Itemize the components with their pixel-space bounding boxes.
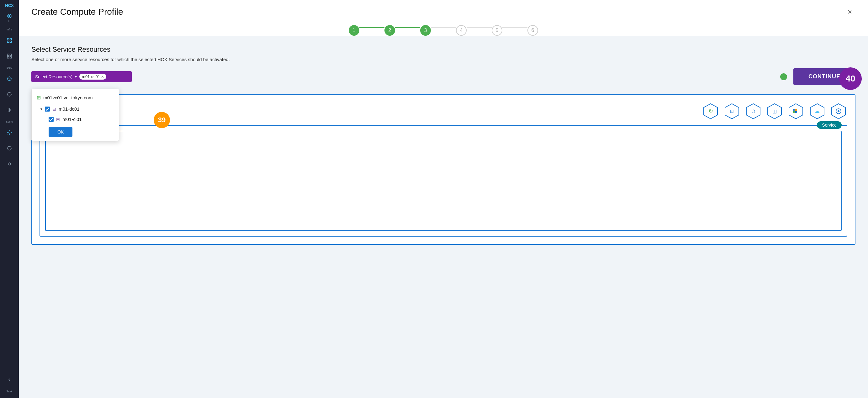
svg-rect-6 xyxy=(7,54,9,56)
sidebar-item-sys3[interactable] xyxy=(2,157,16,171)
step-1-circle: 1 xyxy=(349,25,360,36)
step-line-5-6 xyxy=(502,27,527,28)
section-description: Select one or more service resources for… xyxy=(31,57,856,62)
svg-rect-28 xyxy=(793,111,795,113)
svg-point-1 xyxy=(9,15,10,17)
step-badge-39: 39 xyxy=(154,112,170,128)
svg-rect-26 xyxy=(793,109,795,111)
close-button[interactable]: × xyxy=(844,6,856,18)
svg-point-14 xyxy=(9,132,10,133)
hex-icon-2: ⊡ xyxy=(723,102,741,120)
dropdown-dc-label: m01-dc01 xyxy=(59,106,80,111)
step-badge-40: 40 xyxy=(839,67,862,90)
sidebar-item-d[interactable]: D xyxy=(2,11,16,25)
svg-text:⊡: ⊡ xyxy=(730,109,734,114)
resource-tag: m01-dc01 × xyxy=(79,74,106,79)
sidebar-item-collapse[interactable] xyxy=(2,373,16,387)
dc-icon: ⊟ xyxy=(52,106,56,111)
dropdown-cluster-label: m01-cl01 xyxy=(62,117,82,122)
ok-button[interactable]: OK xyxy=(49,127,72,137)
cluster-icon: ⊟ xyxy=(56,117,60,122)
step-line-2-3 xyxy=(395,27,420,28)
main-content: Create Compute Profile × 1 2 3 4 5 xyxy=(19,0,868,398)
svg-rect-4 xyxy=(7,41,9,43)
resource-tag-label: m01-dc01 xyxy=(82,74,100,79)
right-controls: CONTINUE 40 xyxy=(780,68,856,85)
step-2: 2 xyxy=(384,25,395,36)
svg-rect-29 xyxy=(795,111,797,113)
resource-selector-label: Select Resource(s) xyxy=(35,74,72,79)
dropdown-menu: ⊞ m01vc01.vcf-tokyo.com ▾ ⊟ m01-dc01 xyxy=(31,89,119,141)
sidebar-item-infra2[interactable] xyxy=(2,49,16,63)
dropdown-host-label: m01vc01.vcf-tokyo.com xyxy=(43,95,93,100)
tag-remove-icon[interactable]: × xyxy=(101,75,104,79)
step-4-circle: 4 xyxy=(456,25,467,36)
svg-rect-3 xyxy=(10,38,11,40)
step-line-4-5 xyxy=(467,27,492,28)
sidebar-item-serv2[interactable] xyxy=(2,88,16,101)
dropdown-dc-item[interactable]: ▾ ⊟ m01-dc01 xyxy=(32,104,119,114)
svg-rect-27 xyxy=(795,109,797,111)
step-6-circle: 6 xyxy=(527,25,538,36)
svg-rect-2 xyxy=(7,38,9,40)
sidebar-item-serv[interactable] xyxy=(2,72,16,86)
resource-selector-wrapper: 39 Select Resource(s) ▾ m01-dc01 × ⊞ m01… xyxy=(31,71,132,82)
svg-text:↻: ↻ xyxy=(708,108,713,114)
step-4: 4 xyxy=(456,25,467,36)
sidebar-item-infra[interactable] xyxy=(2,34,16,47)
dc-service-badge: Service xyxy=(817,121,842,129)
svg-rect-5 xyxy=(10,41,11,43)
dialog-header: Create Compute Profile × 1 2 3 4 5 xyxy=(19,0,868,36)
step-3: 3 xyxy=(420,25,431,36)
svg-rect-9 xyxy=(10,57,11,58)
step-line-3-4 xyxy=(431,27,456,28)
chevron-down-icon: ▾ xyxy=(75,75,77,79)
svg-point-15 xyxy=(7,146,11,150)
svg-text:◫: ◫ xyxy=(773,109,777,114)
step-line-1-2 xyxy=(360,27,384,28)
hex-icon-5 xyxy=(787,102,805,120)
dc-block: m01-dc01 Service xyxy=(39,125,847,237)
svg-point-34 xyxy=(838,110,839,112)
sidebar-item-sys2[interactable] xyxy=(2,141,16,155)
host-icon: ⊞ xyxy=(37,95,41,101)
svg-rect-8 xyxy=(7,57,9,58)
collapse-arrow-icon: ▾ xyxy=(40,107,42,111)
dropdown-host-item: ⊞ m01vc01.vcf-tokyo.com xyxy=(32,92,119,104)
dialog-title-row: Create Compute Profile × xyxy=(31,6,856,18)
step-5: 5 xyxy=(492,25,502,36)
svg-text:⬡: ⬡ xyxy=(751,109,755,114)
resource-selector[interactable]: Select Resource(s) ▾ m01-dc01 × xyxy=(31,71,132,82)
step-6: 6 xyxy=(527,25,538,36)
step-3-circle: 3 xyxy=(420,25,431,36)
sidebar-item-sys[interactable] xyxy=(2,126,16,139)
dropdown-cluster-item[interactable]: ⊟ m01-cl01 xyxy=(32,114,119,124)
svg-point-11 xyxy=(7,93,11,96)
step-5-circle: 5 xyxy=(492,25,502,36)
hex-icon-7 xyxy=(830,102,847,120)
dc-checkbox[interactable] xyxy=(45,106,50,111)
sidebar-item-serv3[interactable] xyxy=(2,103,16,117)
step-1: 1 xyxy=(349,25,360,36)
svg-text:☁: ☁ xyxy=(815,108,820,114)
hex-icon-3: ⬡ xyxy=(744,102,762,120)
sidebar-logo: HCX xyxy=(5,3,13,8)
steps-row: 1 2 3 4 5 6 xyxy=(31,25,856,36)
svg-point-16 xyxy=(8,163,11,165)
section-title: Select Service Resources xyxy=(31,45,856,54)
action-bar: 39 Select Resource(s) ▾ m01-dc01 × ⊞ m01… xyxy=(31,68,856,85)
svg-rect-7 xyxy=(10,54,11,56)
hex-icon-6: ☁ xyxy=(808,102,826,120)
sidebar: HCX D Infra Serv Syste Task xyxy=(0,0,19,398)
cluster-area xyxy=(45,131,842,231)
cluster-checkbox[interactable] xyxy=(49,117,54,122)
dialog-body: Select Service Resources Select one or m… xyxy=(19,36,868,398)
svg-point-10 xyxy=(7,77,11,80)
dialog-title: Create Compute Profile xyxy=(31,7,123,17)
svg-point-13 xyxy=(9,110,10,111)
step-2-circle: 2 xyxy=(384,25,395,36)
hex-icon-4: ◫ xyxy=(766,102,783,120)
hex-icon-1: ↻ xyxy=(702,102,719,120)
hex-icon-row: ↻ ⊡ ⬡ xyxy=(702,102,847,120)
status-indicator xyxy=(780,73,787,80)
